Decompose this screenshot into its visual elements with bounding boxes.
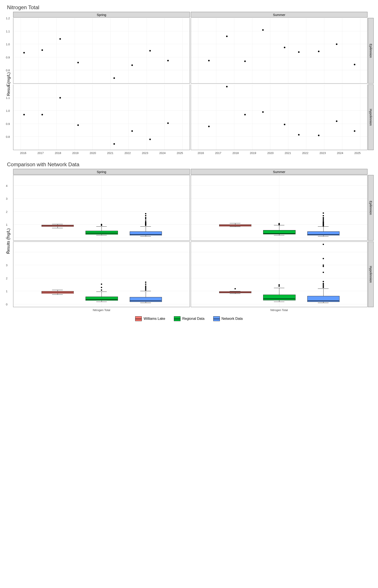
legend-swatch-icon: [213, 316, 220, 321]
legend-swatch-icon: [174, 316, 180, 321]
row-strip-epi-2: Epilimnion: [368, 175, 374, 241]
col-strip-summer: Summer: [191, 12, 367, 17]
panel-spring-hypo: 0.80.91.01.11.2: [13, 84, 190, 150]
xaxis-row-1: 2016201720182019202020212022202320242025…: [13, 150, 368, 156]
row-strip-hypo: Hypolimnion: [368, 84, 374, 150]
scatter-grid: Spring Summer Result (mg/L) 0.80.91.01.1…: [4, 12, 374, 156]
legend-item-network: Network Data: [213, 316, 243, 321]
row-strip-epi: Epilimnion: [368, 18, 374, 84]
boxplot-block: Comparison with Network Data Spring Summ…: [4, 161, 374, 321]
boxpanel-spring-hypo: 01234: [13, 241, 190, 307]
row-strip-hypo-2: Hypolimnion: [368, 241, 374, 307]
boxpanel-summer-epi: [191, 175, 367, 241]
legend-swatch-icon: [135, 316, 142, 321]
panel-summer-epi: [191, 18, 367, 84]
col-strip-spring: Spring: [13, 12, 190, 17]
panel-spring-epi: 0.80.91.01.11.2: [13, 18, 190, 84]
xaxis-box-spring: Nitrogen Total: [13, 307, 190, 313]
legend-item-regional: Regional Data: [174, 316, 204, 321]
col-strip-summer-2: Summer: [191, 169, 367, 174]
panel-summer-hypo: [191, 84, 367, 150]
chart1-title: Nitrogen Total: [7, 4, 374, 11]
legend: Williams Lake Regional Data Network Data: [4, 316, 374, 321]
boxpanel-spring-epi: 01234: [13, 175, 190, 241]
legend-item-williams: Williams Lake: [135, 316, 165, 321]
boxpanel-summer-hypo: [191, 241, 367, 307]
box-grid: Spring Summer Results (mg/L) 01234 Epili…: [4, 169, 374, 313]
chart2-title: Comparison with Network Data: [7, 161, 374, 168]
xaxis-row-2: Nitrogen Total Nitrogen Total: [13, 307, 368, 313]
xaxis-box-summer: Nitrogen Total: [190, 307, 368, 313]
col-strip-spring-2: Spring: [13, 169, 190, 174]
xaxis-summer: 2016201720182019202020212022202320242025: [190, 150, 368, 156]
scatter-block: Nitrogen Total Spring Summer Result (mg/…: [4, 4, 374, 156]
xaxis-spring: 2016201720182019202020212022202320242025: [13, 150, 190, 156]
ylabel-2: Results (mg/L): [4, 174, 13, 307]
